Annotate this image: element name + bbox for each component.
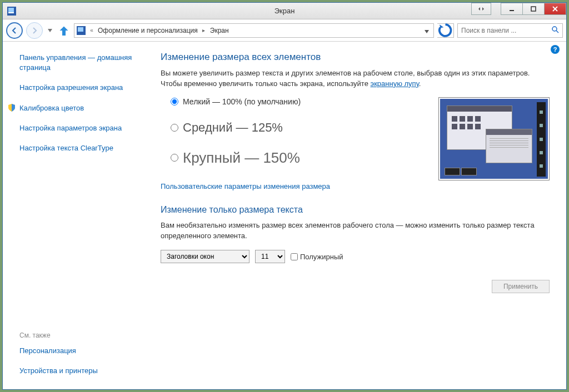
back-button[interactable] bbox=[6, 22, 23, 39]
address-dropdown[interactable] bbox=[422, 26, 431, 36]
titlebar: Экран bbox=[3, 3, 566, 19]
see-also-heading: См. также bbox=[19, 331, 142, 339]
breadcrumb-item[interactable]: Оформление и персонализация bbox=[98, 27, 198, 34]
svg-rect-3 bbox=[510, 10, 514, 11]
svg-rect-4 bbox=[531, 7, 536, 11]
up-button[interactable] bbox=[57, 24, 71, 37]
radio-large-label: Крупный — 150% bbox=[183, 149, 300, 167]
chevron-icon: « bbox=[89, 27, 94, 33]
bold-checkbox[interactable] bbox=[291, 253, 298, 260]
search-icon[interactable] bbox=[551, 26, 559, 36]
content-area: ? Панель управления — домашняя страница … bbox=[3, 42, 566, 389]
sidebar-link-cleartype[interactable]: Настройка текста ClearType bbox=[19, 143, 142, 153]
radio-medium-input[interactable] bbox=[171, 124, 178, 132]
preview-image bbox=[438, 97, 550, 180]
main-panel: Изменение размера всех элементов Вы може… bbox=[153, 42, 566, 389]
window: Экран « Оформление и персонализация ▸ Эк… bbox=[2, 2, 567, 390]
see-also-personalization[interactable]: Персонализация bbox=[19, 346, 142, 356]
minimize-button[interactable] bbox=[501, 3, 523, 15]
window-controls bbox=[472, 3, 566, 15]
description-resize-all: Вы можете увеличить размер текста и друг… bbox=[161, 68, 550, 89]
app-icon bbox=[7, 7, 16, 16]
description-text-only: Вам необязательно изменять размер всех э… bbox=[161, 220, 550, 242]
shield-icon bbox=[7, 103, 16, 112]
navigation-toolbar: « Оформление и персонализация ▸ Экран bbox=[3, 19, 566, 42]
refresh-button[interactable] bbox=[437, 23, 454, 38]
expand-button[interactable] bbox=[471, 3, 491, 15]
radio-small-input[interactable] bbox=[171, 98, 178, 105]
location-icon bbox=[77, 26, 86, 35]
svg-rect-6 bbox=[78, 27, 83, 32]
history-dropdown[interactable] bbox=[46, 29, 54, 32]
svg-rect-1 bbox=[8, 8, 14, 12]
svg-line-8 bbox=[556, 31, 558, 33]
size-options: Мелкий — 100% (по умолчанию) Средний — 1… bbox=[161, 97, 550, 167]
chevron-right-icon: ▸ bbox=[201, 27, 207, 33]
radio-small-label: Мелкий — 100% (по умолчанию) bbox=[183, 97, 301, 106]
sidebar: Панель управления — домашняя страница На… bbox=[3, 42, 153, 389]
svg-point-7 bbox=[552, 27, 557, 31]
search-box[interactable] bbox=[457, 23, 563, 38]
magnifier-link[interactable]: экранную лупу bbox=[371, 79, 419, 88]
maximize-button[interactable] bbox=[522, 3, 545, 15]
font-size-select[interactable]: 11 bbox=[255, 250, 285, 263]
sidebar-see-also: См. также Персонализация Устройства и пр… bbox=[19, 331, 142, 378]
apply-button[interactable]: Применить bbox=[492, 280, 550, 293]
sidebar-link-label: Калибровка цветов bbox=[19, 103, 84, 113]
svg-rect-2 bbox=[8, 12, 14, 13]
radio-medium-label: Средний — 125% bbox=[183, 120, 283, 135]
close-button[interactable] bbox=[544, 3, 566, 15]
forward-button[interactable] bbox=[26, 22, 43, 39]
see-also-devices[interactable]: Устройства и принтеры bbox=[19, 366, 142, 376]
bold-checkbox-label[interactable]: Полужирный bbox=[291, 253, 343, 261]
sidebar-link-color-calibration[interactable]: Калибровка цветов bbox=[19, 103, 142, 113]
heading-text-only: Изменение только размера текста bbox=[161, 205, 550, 215]
text-size-controls: Заголовки окон 11 Полужирный bbox=[161, 250, 550, 263]
custom-size-link[interactable]: Пользовательские параметры изменения раз… bbox=[161, 182, 330, 190]
search-input[interactable] bbox=[461, 27, 551, 34]
sidebar-home-link[interactable]: Панель управления — домашняя страница bbox=[19, 53, 142, 73]
sidebar-link-display-settings[interactable]: Настройка параметров экрана bbox=[19, 123, 142, 133]
element-select[interactable]: Заголовки окон bbox=[161, 250, 249, 263]
sidebar-link-resolution[interactable]: Настройка разрешения экрана bbox=[19, 83, 142, 93]
radio-large-input[interactable] bbox=[171, 154, 178, 162]
address-bar[interactable]: « Оформление и персонализация ▸ Экран bbox=[74, 23, 434, 38]
heading-resize-all: Изменение размера всех элементов bbox=[161, 52, 550, 63]
help-icon[interactable]: ? bbox=[551, 45, 560, 54]
breadcrumb-item[interactable]: Экран bbox=[210, 27, 229, 34]
